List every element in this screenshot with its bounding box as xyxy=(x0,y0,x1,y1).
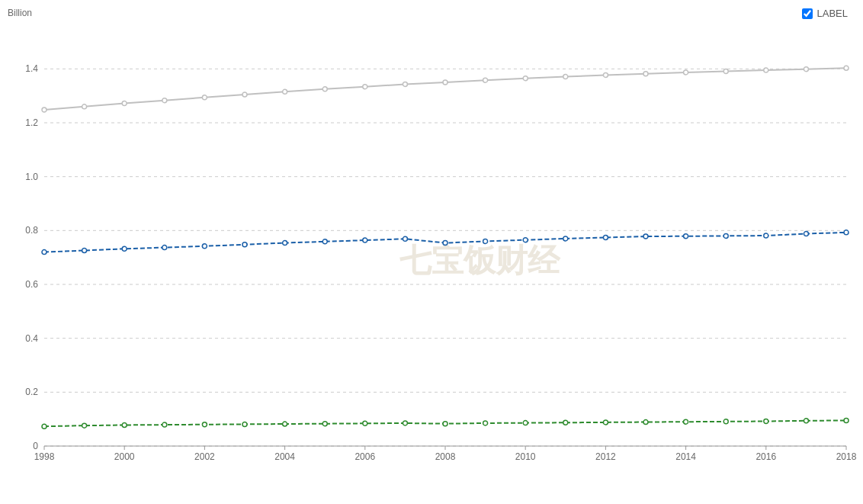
svg-point-64 xyxy=(202,244,207,249)
svg-point-94 xyxy=(563,420,568,425)
svg-point-77 xyxy=(723,233,728,238)
svg-point-89 xyxy=(363,421,367,425)
svg-point-87 xyxy=(283,422,287,426)
svg-text:2004: 2004 xyxy=(274,451,295,462)
svg-point-61 xyxy=(82,248,87,252)
svg-point-48 xyxy=(403,82,407,86)
svg-text:2012: 2012 xyxy=(595,451,616,462)
svg-point-65 xyxy=(242,242,247,247)
svg-point-54 xyxy=(643,72,648,76)
svg-point-95 xyxy=(603,420,608,425)
svg-text:2006: 2006 xyxy=(355,451,375,462)
svg-point-84 xyxy=(162,422,167,427)
label-checkbox[interactable] xyxy=(802,8,813,19)
label-text: LABEL xyxy=(817,8,848,19)
svg-point-44 xyxy=(242,92,247,97)
svg-text:2000: 2000 xyxy=(114,451,135,462)
svg-text:1.0: 1.0 xyxy=(25,172,38,182)
svg-point-49 xyxy=(443,80,448,85)
svg-point-67 xyxy=(322,239,327,244)
svg-point-66 xyxy=(283,241,287,246)
svg-point-47 xyxy=(363,85,367,89)
svg-point-99 xyxy=(764,419,768,423)
svg-point-43 xyxy=(202,95,207,100)
svg-point-70 xyxy=(443,241,448,246)
svg-point-73 xyxy=(563,236,568,241)
svg-text:2018: 2018 xyxy=(836,451,857,462)
svg-point-41 xyxy=(122,101,127,106)
chart-container: Billion LABEL 七宝饭财经 00.20.40.60.81.01.21… xyxy=(0,0,863,504)
svg-point-75 xyxy=(643,234,648,239)
svg-text:0.8: 0.8 xyxy=(25,225,38,236)
svg-text:2016: 2016 xyxy=(756,451,776,462)
svg-point-81 xyxy=(42,424,47,429)
svg-point-96 xyxy=(643,420,648,425)
svg-point-59 xyxy=(844,66,849,70)
svg-text:0: 0 xyxy=(33,441,38,451)
main-chart: 00.20.40.60.81.01.21.4199820002002200420… xyxy=(0,27,863,477)
svg-point-83 xyxy=(122,422,127,427)
svg-point-101 xyxy=(844,418,849,422)
label-control: LABEL xyxy=(802,8,848,19)
svg-point-85 xyxy=(202,422,207,427)
svg-point-50 xyxy=(483,78,488,82)
svg-point-51 xyxy=(523,76,528,81)
svg-point-39 xyxy=(42,108,47,112)
svg-point-52 xyxy=(563,75,568,79)
svg-point-42 xyxy=(162,98,167,103)
svg-text:1998: 1998 xyxy=(34,451,55,462)
svg-text:0.6: 0.6 xyxy=(25,279,38,290)
svg-point-80 xyxy=(844,230,849,235)
svg-point-63 xyxy=(162,246,167,250)
svg-point-74 xyxy=(603,236,608,240)
svg-point-46 xyxy=(322,87,327,91)
svg-text:2002: 2002 xyxy=(194,451,215,462)
svg-point-68 xyxy=(363,238,367,242)
svg-text:0.2: 0.2 xyxy=(25,387,38,397)
svg-point-56 xyxy=(723,69,728,74)
svg-point-78 xyxy=(764,233,768,238)
svg-point-97 xyxy=(684,419,688,424)
svg-point-86 xyxy=(242,422,247,426)
svg-point-62 xyxy=(122,246,127,251)
svg-point-57 xyxy=(764,68,768,72)
svg-point-45 xyxy=(283,89,287,94)
svg-point-100 xyxy=(804,419,808,423)
svg-point-82 xyxy=(82,423,87,428)
svg-point-53 xyxy=(603,72,608,77)
svg-point-76 xyxy=(684,234,688,239)
svg-text:1.4: 1.4 xyxy=(25,63,38,74)
svg-point-71 xyxy=(483,239,488,243)
svg-text:1.2: 1.2 xyxy=(25,117,38,128)
svg-point-93 xyxy=(523,421,528,425)
svg-point-69 xyxy=(403,236,407,241)
svg-point-98 xyxy=(723,419,728,424)
y-axis-label: Billion xyxy=(8,8,32,18)
svg-text:2010: 2010 xyxy=(515,451,536,462)
svg-point-40 xyxy=(82,104,87,109)
svg-point-90 xyxy=(403,421,407,425)
svg-text:2014: 2014 xyxy=(675,451,696,462)
svg-point-58 xyxy=(804,67,808,72)
svg-point-92 xyxy=(483,421,488,425)
svg-text:2008: 2008 xyxy=(435,451,456,462)
svg-point-79 xyxy=(804,232,808,236)
svg-point-60 xyxy=(42,250,47,255)
svg-point-72 xyxy=(523,238,528,242)
svg-point-55 xyxy=(684,70,688,75)
svg-text:0.4: 0.4 xyxy=(25,333,38,344)
svg-point-88 xyxy=(322,422,327,426)
svg-point-91 xyxy=(443,422,448,426)
